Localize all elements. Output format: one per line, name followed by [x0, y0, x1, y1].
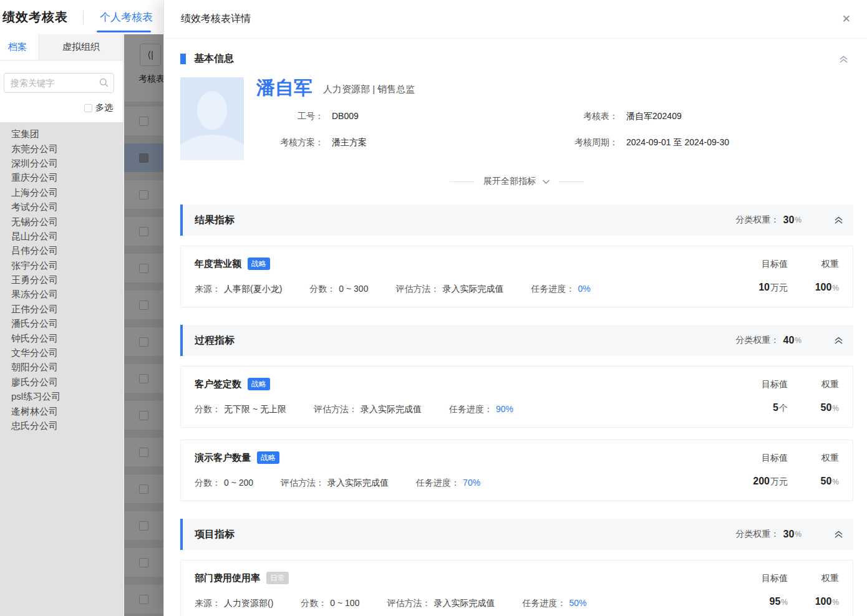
- indicator-name: 部门费用使用率: [195, 572, 260, 584]
- target-header: 目标值: [718, 451, 788, 464]
- category-weight-value: 30: [783, 529, 795, 540]
- collapse-up-icon[interactable]: [834, 530, 843, 539]
- tab-personal-assessment[interactable]: 个人考核表: [100, 10, 153, 24]
- app-title: 绩效考核表: [2, 9, 68, 26]
- company-tree-item[interactable]: 文华分公司: [11, 346, 123, 360]
- indicator-field-label: 评估方法：: [281, 478, 324, 489]
- company-tree-item[interactable]: 上海分公司: [11, 186, 123, 200]
- target-value: 95%: [718, 595, 788, 609]
- multiselect-row: 多选: [0, 102, 113, 113]
- indicator-category-list: 结果指标 分类权重： 30 % 年度营业额: [180, 205, 853, 616]
- company-tree-item[interactable]: 东莞分公司: [11, 142, 123, 156]
- company-tree-item[interactable]: 忠氏分公司: [11, 419, 123, 433]
- indicator-metrics: 目标值 95% 权重 100%: [718, 571, 839, 610]
- company-tree-item[interactable]: 深圳分公司: [11, 156, 123, 171]
- top-header: 绩效考核表 个人考核表: [0, 0, 163, 34]
- category-title: 结果指标: [195, 214, 235, 227]
- employee-profile: 潘自军 人力资源部 | 销售总监 工号： DB009 考核表： 潘自军20240…: [180, 77, 853, 160]
- company-tree-item[interactable]: 潘氏分公司: [11, 317, 123, 331]
- company-tree-item[interactable]: 吕伟分公司: [11, 244, 123, 258]
- field-label: 考核周期：: [534, 136, 618, 148]
- weight-header: 权重: [804, 377, 839, 391]
- company-tree-item[interactable]: 考试分公司: [11, 200, 123, 214]
- indicator-type-badge: 战略: [248, 257, 270, 270]
- expand-all-label: 展开全部指标: [483, 176, 536, 187]
- category-accent-bar: [180, 325, 183, 356]
- indicator-field-value: 90%: [496, 404, 513, 415]
- indicator-field-value: 录入实际完成值: [361, 404, 422, 415]
- tab-virtual-org[interactable]: 虚拟组织: [39, 34, 123, 60]
- divider-line: [559, 181, 584, 182]
- indicator-field-value: 录入实际完成值: [434, 598, 495, 609]
- drawer-header: 绩效考核表详情 ✕: [164, 0, 867, 39]
- company-tree-item[interactable]: 钟氏分公司: [11, 331, 123, 345]
- close-icon[interactable]: ✕: [840, 11, 853, 27]
- target-value: 200万元: [718, 475, 788, 488]
- indicator-type-badge: 战略: [257, 451, 279, 464]
- indicator-card: 年度营业额 战略 来源： 人事部(夏小龙): [180, 246, 853, 307]
- company-tree-item[interactable]: 朝阳分公司: [11, 360, 123, 375]
- indicator-field: 任务进度： 0%: [531, 284, 590, 295]
- indicator-type-badge: 日常: [266, 572, 289, 584]
- indicator-field: 分数： 0 ~ 100: [301, 598, 359, 609]
- tab-archive[interactable]: 档案: [0, 34, 39, 60]
- basic-info-title: 基本信息: [194, 52, 234, 65]
- assessment-detail-drawer: 绩效考核表详情 ✕ 基本信息 潘自军 人力资源部 | 销售总监: [163, 0, 867, 616]
- category-accent-bar: [180, 205, 183, 236]
- collapse-up-icon[interactable]: [839, 55, 848, 64]
- basic-info-fields: 工号： DB009 考核表： 潘自军202409 考核方案： 潘主方案: [256, 110, 853, 148]
- company-tree-item[interactable]: 正伟分公司: [11, 302, 123, 317]
- indicator-field: 来源： 人力资源部(): [195, 598, 273, 609]
- indicator-field-value: 0 ~ 200: [224, 478, 253, 489]
- indicator-field-value: 0 ~ 100: [330, 598, 359, 609]
- indicator-card: 部门费用使用率 日常 来源： 人力资源部(): [180, 560, 853, 616]
- drawer-title: 绩效考核表详情: [181, 12, 251, 26]
- expand-all-indicators[interactable]: 展开全部指标: [180, 176, 853, 187]
- company-tree-item[interactable]: 逄树林公司: [11, 404, 123, 418]
- collapse-up-icon[interactable]: [834, 336, 843, 345]
- weight-value: 100%: [804, 595, 839, 609]
- indicator-field-value: 人力资源部(): [224, 598, 273, 609]
- multiselect-label: 多选: [95, 102, 113, 113]
- indicator-field: 任务进度： 50%: [522, 598, 586, 609]
- company-tree-item[interactable]: 重庆分公司: [11, 171, 123, 185]
- field-label: 工号：: [256, 110, 324, 122]
- category-weight-unit: %: [795, 216, 802, 224]
- indicator-field-label: 任务进度：: [531, 284, 574, 295]
- indicator-field-value: 无下限 ~ 无上限: [224, 404, 286, 415]
- indicator-field: 评估方法： 录入实际完成值: [395, 284, 503, 295]
- basic-info-header: 基本信息: [180, 52, 853, 65]
- indicator-field-value: 0%: [578, 284, 590, 295]
- collapse-up-icon[interactable]: [834, 216, 843, 224]
- company-tree-item[interactable]: 昆山分公司: [11, 229, 123, 244]
- indicator-card: 客户签定数 战略 分数： 无下限 ~ 无上限: [180, 366, 853, 428]
- indicator-category: 结果指标 分类权重： 30 % 年度营业额: [180, 205, 853, 307]
- category-header: 结果指标 分类权重： 30 %: [180, 205, 853, 236]
- indicator-name: 年度营业额: [195, 258, 241, 270]
- multiselect-checkbox[interactable]: [84, 104, 92, 112]
- assessment-plan-value: 潘主方案: [332, 136, 367, 148]
- company-tree-item[interactable]: 宝集团: [11, 127, 123, 142]
- category-title: 项目指标: [195, 528, 235, 541]
- company-tree-item[interactable]: 王勇分公司: [11, 273, 123, 287]
- category-weight-label: 分类权重：: [736, 214, 780, 226]
- company-tree-item[interactable]: 张宇分公司: [11, 259, 123, 273]
- company-tree-item[interactable]: 果冻分公司: [11, 287, 123, 302]
- company-tree-item[interactable]: 廖氏分公司: [11, 375, 123, 390]
- indicator-field-value: 50%: [569, 598, 586, 609]
- search-icon[interactable]: [99, 78, 109, 90]
- indicator-metrics: 目标值 200万元 权重 50%: [718, 451, 839, 489]
- target-header: 目标值: [718, 257, 788, 271]
- indicator-field-label: 分数：: [195, 478, 221, 489]
- indicator-field-label: 任务进度：: [449, 404, 493, 415]
- category-accent-bar: [180, 519, 183, 550]
- avatar: [180, 77, 244, 160]
- company-tree: 宝集团东莞分公司深圳分公司重庆分公司上海分公司考试分公司无锡分公司昆山分公司吕伟…: [0, 122, 123, 616]
- indicator-field: 评估方法： 录入实际完成值: [314, 404, 422, 415]
- target-header: 目标值: [718, 377, 788, 391]
- category-weight-unit: %: [795, 530, 802, 539]
- search-input[interactable]: [4, 73, 114, 93]
- company-tree-item[interactable]: 无锡分公司: [11, 214, 123, 229]
- indicator-category: 项目指标 分类权重： 30 % 部门费用使: [180, 519, 853, 616]
- company-tree-item[interactable]: psl练习公司: [11, 390, 123, 404]
